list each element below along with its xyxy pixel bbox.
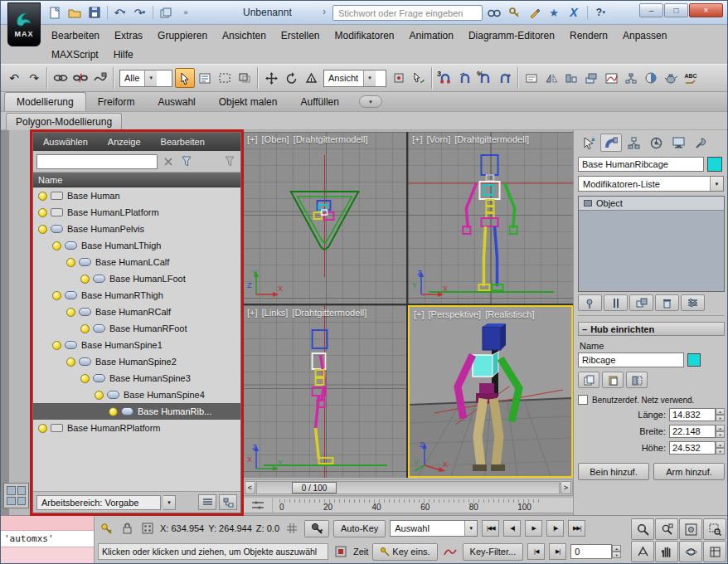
visibility-bulb-icon[interactable] <box>66 258 75 267</box>
ribbon-collapse-icon[interactable]: ▼ <box>359 95 382 108</box>
viewport-menu-plus[interactable]: [+] <box>247 134 258 144</box>
redo-icon[interactable]: ↷▼ <box>131 4 149 21</box>
help-icon[interactable]: ?▼ <box>593 4 609 21</box>
isolate-selection-icon[interactable] <box>332 543 349 560</box>
workspace-dropdown-arrow-icon[interactable]: ▼ <box>163 495 176 510</box>
key-insert-button[interactable]: Key eins. <box>372 543 437 561</box>
length-spinner[interactable]: ▲▼ <box>716 408 725 421</box>
mirror-icon[interactable] <box>541 68 561 88</box>
select-and-rotate-icon[interactable] <box>281 68 301 88</box>
field-of-view-icon[interactable] <box>631 541 654 562</box>
undo-scene-icon[interactable]: ↶ <box>4 68 24 88</box>
exchange-apps-icon[interactable]: X <box>565 4 582 21</box>
dropdown-arrow-icon[interactable]: ▼ <box>710 177 723 191</box>
window-crossing-icon[interactable] <box>235 68 255 88</box>
configure-modifier-sets-icon[interactable] <box>681 294 705 311</box>
go-to-start-button[interactable]: |◀◀ <box>482 520 499 537</box>
curve-editor-icon[interactable] <box>601 68 621 88</box>
viewport-menu-plus[interactable]: [+] <box>247 308 258 318</box>
viewport-menu-plus[interactable]: [+] <box>412 134 423 144</box>
hub-name-field[interactable]: Ribcage <box>578 352 684 367</box>
go-to-end-button[interactable]: ▶▶| <box>568 520 585 537</box>
name-column-header[interactable]: Name <box>33 173 240 187</box>
selection-filter-dropdown[interactable]: Alle▼ <box>119 70 172 87</box>
select-and-manipulate-icon[interactable] <box>409 68 429 88</box>
copy-icon[interactable] <box>578 372 599 388</box>
object-name-field[interactable]: Base HumanRibcage <box>578 157 704 172</box>
viewport-left[interactable]: [+] [Links] [Drahtgittermodell] <box>243 305 406 478</box>
play-button[interactable]: ▶ <box>525 520 542 537</box>
curve-wave-icon[interactable] <box>442 543 459 560</box>
next-key-button[interactable]: ▶| <box>549 543 566 560</box>
align-icon[interactable] <box>561 68 581 88</box>
maxscript-mini-listener[interactable]: 'automxs' <box>1 516 95 564</box>
dropdown-arrow-icon[interactable]: ▼ <box>464 521 477 536</box>
maximize-viewport-icon[interactable] <box>703 541 726 562</box>
sx-menu-bearbeiten[interactable]: Bearbeiten <box>151 137 215 147</box>
select-and-scale-icon[interactable] <box>301 68 321 88</box>
panel-polygon-modellierung[interactable]: Polygon-Modellierung <box>6 113 122 130</box>
previous-key-button[interactable]: |◀ <box>527 543 545 560</box>
length-field[interactable]: 14.832 <box>669 408 716 421</box>
dropdown-arrow-icon[interactable]: ▼ <box>144 70 157 86</box>
create-tab-icon[interactable] <box>578 134 599 152</box>
minimize-button[interactable]: – <box>639 3 663 17</box>
visibility-bulb-icon[interactable] <box>38 208 47 217</box>
subscription-key-icon[interactable] <box>506 4 522 21</box>
selection-lock-icon[interactable] <box>119 520 135 537</box>
infocenter-search-input[interactable]: Stichwort oder Frage eingeben <box>332 5 483 21</box>
schematic-view-icon[interactable] <box>621 68 641 88</box>
object-color-swatch[interactable] <box>707 157 722 172</box>
select-and-link-icon[interactable] <box>51 68 70 88</box>
rename-abc-icon[interactable]: ABC <box>681 68 701 88</box>
undo-icon[interactable]: ↶▼ <box>111 4 129 21</box>
dropdown-arrow-icon[interactable]: ▼ <box>363 70 376 86</box>
material-editor-icon[interactable] <box>641 68 661 88</box>
explorer-search-input[interactable] <box>36 154 158 169</box>
width-spinner[interactable]: ▲▼ <box>716 425 725 438</box>
previous-frame-button[interactable]: ◀| <box>503 520 521 537</box>
tree-item[interactable]: Base HumanSpine1 <box>33 337 240 353</box>
percent-snap-icon[interactable]: % <box>475 68 495 88</box>
menu-hilfe[interactable]: Hilfe <box>106 46 141 64</box>
height-field[interactable]: 24.532 <box>669 441 716 455</box>
sx-menu-anzeige[interactable]: Anzeige <box>98 137 151 147</box>
viewport-front[interactable]: [+] [Vorn] [Drahtgittermodell] <box>408 132 573 304</box>
tree-item[interactable]: Base HumanRFoot <box>33 320 240 337</box>
menu-modifikatoren[interactable]: Modifikatoren <box>328 27 402 45</box>
viewport-menu-plus[interactable]: [+] <box>414 309 425 319</box>
tree-item[interactable]: Base HumanSpine4 <box>33 387 240 403</box>
current-frame-field[interactable]: 0 <box>570 544 612 559</box>
next-frame-button[interactable]: |▶ <box>546 520 564 537</box>
listener-line[interactable]: 'automxs' <box>1 531 94 547</box>
remove-modifier-icon[interactable] <box>655 294 679 311</box>
selection-region-icon[interactable] <box>215 68 235 88</box>
snap-toggle-3d-icon[interactable]: 3 <box>435 68 455 88</box>
favorites-star-icon[interactable]: ★ <box>546 4 562 21</box>
reference-coordinate-dropdown[interactable]: Ansicht▼ <box>323 70 386 87</box>
sx-menu-auswaehlen[interactable]: Auswählen <box>33 137 98 147</box>
track-bar-filter-icon[interactable] <box>243 498 273 513</box>
zoom-region-icon[interactable] <box>703 518 726 540</box>
display-tab-icon[interactable] <box>667 134 689 152</box>
tree-item[interactable]: Base HumanSpine3 <box>33 370 240 387</box>
time-slider-prev-icon[interactable]: < <box>245 481 255 494</box>
visibility-bulb-icon[interactable] <box>38 192 47 201</box>
absolute-offset-mode-icon[interactable] <box>139 520 156 537</box>
visibility-bulb-icon[interactable] <box>38 424 47 433</box>
menu-gruppieren[interactable]: Gruppieren <box>150 27 215 45</box>
macro-recorder-line2[interactable] <box>1 547 94 564</box>
key-filter-button[interactable]: Key-Filter... <box>463 543 524 561</box>
auto-key-button[interactable]: Auto-Key <box>333 520 386 537</box>
ribbon-tab-freiform[interactable]: Freiform <box>86 93 147 111</box>
visibility-bulb-icon[interactable] <box>38 225 47 234</box>
tree-item[interactable]: Base HumanLFoot <box>33 270 240 287</box>
toolbar-overflow-icon[interactable]: » <box>177 4 195 21</box>
tree-item[interactable]: Base HumanSpine2 <box>33 353 240 370</box>
set-key-button[interactable] <box>304 520 329 537</box>
max-application-button[interactable]: MAX <box>7 2 41 46</box>
visibility-bulb-icon[interactable] <box>52 291 61 300</box>
modifier-stack[interactable]: Object <box>578 196 725 292</box>
menu-anpassen[interactable]: Anpassen <box>615 27 674 45</box>
width-field[interactable]: 22.148 <box>669 425 716 438</box>
